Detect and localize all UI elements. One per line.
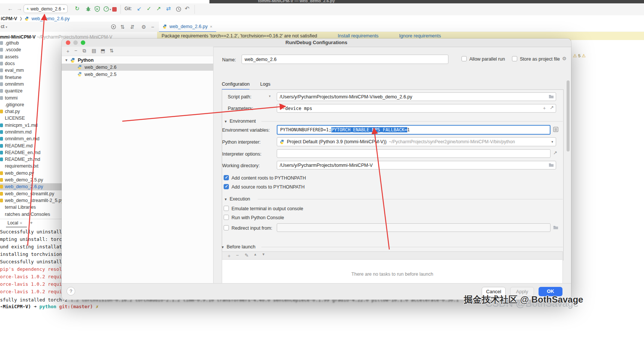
tree-item[interactable]: assets	[0, 53, 62, 60]
expand-field-icon[interactable]: ↗	[550, 105, 554, 110]
move-up-icon[interactable]: ▲	[254, 252, 257, 256]
tree-item[interactable]: README_en.md	[0, 149, 62, 156]
remove-task-icon[interactable]: −	[236, 252, 239, 258]
tree-item[interactable]: finetune	[0, 74, 62, 80]
name-input[interactable]: web_demo_2.6	[242, 55, 448, 64]
editor-tab[interactable]: web_demo_2.6.py ×	[159, 22, 216, 32]
tree-item[interactable]: web_demo_2.6.py	[0, 183, 62, 190]
tree-item[interactable]: quantize	[0, 88, 62, 94]
tree-item[interactable]: web_demo_streamlit-2_5.py	[0, 197, 62, 204]
forward-icon[interactable]: →	[16, 5, 22, 12]
git-branch-icon[interactable]: ⇄	[166, 5, 171, 12]
sort-configurations-icon[interactable]: ⇅	[110, 48, 114, 53]
tree-item[interactable]: ratches and Consoles	[0, 211, 62, 217]
tree-item[interactable]: tommi	[0, 94, 62, 101]
environment-variables-input[interactable]: PYTHONUNBUFFERED=1;PYTORCH_ENABLE_MPS_FA…	[277, 125, 551, 135]
hide-panel-icon[interactable]: −	[151, 24, 154, 30]
tree-item[interactable]: minicpm_v1.md	[0, 122, 62, 129]
locate-file-icon[interactable]	[111, 24, 116, 30]
terminal-tab-local[interactable]: Local ✕	[7, 220, 22, 226]
collapse-all-icon[interactable]: ⇵	[130, 24, 135, 30]
dialog-scrollbar[interactable]	[567, 80, 570, 151]
script-path-input[interactable]: /Users/y/PycharmProjects/tommi-MiniCPM-V…	[277, 92, 556, 101]
install-requirements-link[interactable]: Install requirements	[338, 33, 378, 39]
breadcrumb-file[interactable]: web_demo_2.6.py	[31, 16, 70, 21]
tree-item[interactable]: README.md	[0, 142, 62, 149]
interpreter-options-input[interactable]	[277, 149, 551, 158]
run-icon[interactable]: ↻	[75, 5, 80, 12]
new-terminal-icon[interactable]: +	[30, 220, 33, 226]
chevron-down-icon[interactable]: ▾	[110, 8, 111, 11]
store-as-project-file-checkbox[interactable]	[512, 56, 517, 61]
config-item-web-demo-26[interactable]: web_demo_2.6	[62, 64, 213, 71]
parameters-input[interactable]: --device mps	[277, 104, 556, 113]
close-icon[interactable]: ×	[210, 24, 212, 29]
add-source-roots-checkbox[interactable]	[224, 184, 229, 189]
tree-item[interactable]: omnilmm_en.md	[0, 135, 62, 142]
add-configuration-icon[interactable]: ＋	[65, 48, 70, 55]
folder-icon[interactable]	[549, 162, 554, 167]
tree-item[interactable]: requirements.txt	[0, 163, 62, 169]
breadcrumb-project[interactable]: iCPM-V	[1, 16, 17, 21]
redirect-input-checkbox[interactable]	[224, 225, 229, 230]
tree-item[interactable]: web_demo_2.5.py	[0, 177, 62, 183]
run-python-console-checkbox[interactable]	[224, 215, 229, 220]
coverage-icon[interactable]	[94, 6, 100, 12]
copy-configuration-icon[interactable]: ⧉	[83, 48, 86, 54]
expand-all-icon[interactable]: ⇅	[120, 24, 125, 30]
before-launch-section-header[interactable]: ▼Before launch	[221, 244, 255, 249]
config-item-web-demo-25[interactable]: web_demo_2.5	[62, 71, 213, 78]
allow-parallel-run-checkbox[interactable]	[461, 56, 467, 61]
tab-logs[interactable]: Logs	[260, 82, 270, 87]
ignore-requirements-link[interactable]: Ignore requirements	[399, 33, 441, 39]
tree-item[interactable]: ternal Libraries	[0, 204, 62, 211]
tree-item[interactable]: chat.py	[0, 108, 62, 115]
inspection-widget[interactable]: ⚠ 5 ⚠	[573, 53, 586, 58]
run-configuration-select[interactable]: web_demo_2.6 ▾	[24, 4, 68, 13]
rollback-icon[interactable]: ↶	[185, 5, 190, 12]
profiler-icon[interactable]	[103, 6, 109, 12]
move-to-folder-icon[interactable]: ⬒	[101, 48, 105, 53]
save-configuration-icon[interactable]: ▤	[92, 48, 96, 53]
tree-item[interactable]: web_demo_streamlit.py	[0, 190, 62, 197]
tree-item[interactable]: omnilmm.md	[0, 129, 62, 135]
tree-item[interactable]: README_zh.md	[0, 156, 62, 163]
tree-item[interactable]: eval_mm	[0, 67, 62, 74]
project-view-selector[interactable]: ct ▾	[1, 24, 7, 29]
debug-icon[interactable]	[85, 6, 91, 12]
folder-icon[interactable]	[553, 225, 558, 230]
tree-item[interactable]: .gitignore	[0, 101, 62, 108]
tree-item[interactable]: .github	[0, 40, 62, 46]
tree-item[interactable]: LICENSE	[0, 115, 62, 122]
terminal-prompt[interactable]: -MiniCPM-V) ➜ python git:(master) ✗	[0, 304, 224, 310]
git-commit-icon[interactable]: ✓	[147, 5, 151, 12]
stop-icon[interactable]	[112, 7, 117, 12]
settings-gear-icon[interactable]: ⚙	[141, 24, 146, 30]
working-directory-input[interactable]: /Users/y/PycharmProjects/tommi-MiniCPM-V	[277, 161, 556, 169]
add-content-roots-checkbox[interactable]	[224, 175, 229, 180]
tree-item[interactable]: docs	[0, 60, 62, 67]
edit-task-icon[interactable]: ✎	[245, 252, 249, 258]
expand-field-icon[interactable]: ↗	[553, 150, 557, 156]
dialog-titlebar[interactable]: Run/Debug Configurations	[62, 39, 571, 47]
move-down-icon[interactable]: ▼	[262, 252, 265, 256]
tab-configuration[interactable]: Configuration	[222, 82, 249, 90]
tree-item[interactable]: web_demo.py	[0, 170, 62, 177]
history-icon[interactable]	[176, 6, 181, 12]
close-icon[interactable]: ✕	[19, 221, 22, 225]
script-path-dropdown-icon[interactable]: ▾	[269, 94, 271, 98]
python-interpreter-select[interactable]: Project Default (Python 3.9 (tommi-MiniC…	[277, 137, 556, 146]
execution-section-header[interactable]: ▼Execution	[224, 196, 250, 202]
help-button[interactable]: ?	[67, 287, 75, 295]
tree-item[interactable]: omnilmm	[0, 81, 62, 88]
folder-icon[interactable]	[549, 94, 554, 99]
store-options-gear-icon[interactable]: ⚙	[562, 56, 567, 61]
remove-configuration-icon[interactable]: −	[74, 48, 77, 53]
git-update-icon[interactable]: ↙	[137, 5, 142, 12]
browse-variables-icon[interactable]	[553, 127, 558, 132]
tree-item[interactable]: .vscode	[0, 46, 62, 53]
git-push-icon[interactable]: ↗	[156, 5, 161, 12]
config-group-python[interactable]: ▼ Python	[62, 56, 213, 64]
emulate-terminal-checkbox[interactable]	[224, 206, 229, 211]
add-macro-icon[interactable]: ＋	[542, 105, 547, 111]
